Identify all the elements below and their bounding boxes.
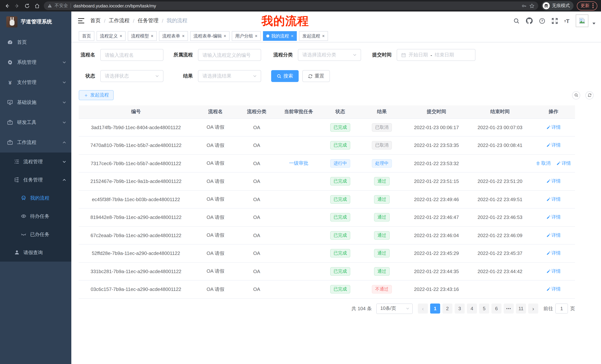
breadcrumb-home[interactable]: 首页 [90, 18, 101, 24]
close-icon[interactable]: × [291, 34, 293, 38]
cell-id: 03c6c157-7b9a-11ec-a290-acde48001122 [79, 280, 193, 298]
bookmark-star-icon[interactable] [529, 3, 534, 8]
page-button-1[interactable]: 1 [430, 304, 440, 314]
sidebar-item-workflow[interactable]: 工作流程 [0, 133, 71, 153]
cancel-link[interactable]: 取消 [536, 160, 551, 167]
next-page-button[interactable]: › [528, 304, 538, 314]
detail-link[interactable]: 详情 [546, 232, 561, 239]
close-icon[interactable]: × [224, 34, 226, 38]
page-title-annotation: 我的流程 [261, 13, 309, 29]
page-button-4[interactable]: 4 [467, 304, 477, 314]
cell-end-time: 2022-01-22 23:45:37 [468, 244, 532, 262]
close-icon[interactable]: × [255, 34, 257, 38]
browser-menu-icon[interactable] [592, 3, 594, 8]
page-button-3[interactable]: 3 [455, 304, 465, 314]
page-size-select[interactable]: 10条/页 [376, 303, 413, 314]
tab-process-form[interactable]: 流程表单× [159, 31, 188, 41]
table-row: ec45f38f-7b9a-11ec-b03b-acde48001122 OA … [79, 190, 575, 208]
page-button-11[interactable]: 11 [516, 304, 526, 314]
close-icon[interactable]: × [120, 34, 122, 38]
sidebar-item-process-management[interactable]: 流程管理 [0, 153, 71, 171]
start-process-button[interactable]: ＋发起流程 [79, 90, 114, 100]
process-name-input[interactable] [100, 49, 163, 61]
sidebar-item-my-process[interactable]: 我的流程 [0, 189, 71, 207]
detail-link[interactable]: 详情 [546, 286, 561, 293]
sidebar-item-infrastructure[interactable]: 基础设施 [0, 92, 71, 112]
detail-link[interactable]: 详情 [546, 142, 561, 149]
browser-reload-icon[interactable] [24, 2, 30, 9]
collapse-sidebar-icon[interactable] [78, 18, 84, 23]
status-badge: 已完成 [330, 213, 350, 222]
tab-process-definition[interactable]: 流程定义× [97, 31, 126, 41]
detail-link[interactable]: 详情 [546, 196, 561, 203]
result-badge: 通过 [374, 267, 390, 276]
browser-back-icon[interactable] [4, 2, 10, 9]
sidebar-item-leave-query[interactable]: 请假查询 [0, 243, 71, 262]
sidebar-item-devtools[interactable]: 研发工具 [0, 112, 71, 133]
process-definition-input[interactable] [198, 49, 261, 61]
tab-my-process[interactable]: 我的流程× [263, 31, 297, 41]
close-icon[interactable]: × [182, 34, 185, 38]
breadcrumb-task-management[interactable]: 任务管理 [138, 18, 159, 24]
fullscreen-icon[interactable] [551, 18, 558, 24]
cell-name: OA 请假 [193, 190, 238, 208]
detail-link[interactable]: 详情 [546, 124, 561, 131]
dashboard-icon [7, 39, 13, 45]
eye-icon [21, 213, 26, 219]
current-task-link[interactable]: 一级审批 [289, 161, 308, 166]
browser-update-button[interactable]: 更新 [577, 1, 597, 10]
page-button-5[interactable]: 5 [479, 304, 489, 314]
more-pages-button[interactable]: ••• [504, 304, 514, 314]
avatar[interactable] [576, 14, 588, 27]
cell-submit-time: 2022-01-22 23:43:16 [405, 280, 468, 298]
detail-link[interactable]: 详情 [546, 250, 561, 257]
result-select[interactable]: 请选择流结果 [198, 70, 261, 82]
sidebar-item-done-tasks[interactable]: 已办任务 [0, 225, 71, 243]
breadcrumb-workflow[interactable]: 工作流程 [109, 18, 130, 24]
refresh-table-button[interactable] [585, 91, 594, 99]
goto-page-input[interactable] [555, 304, 568, 314]
key-icon[interactable] [521, 3, 527, 8]
prev-page-button[interactable]: ‹ [418, 304, 428, 314]
close-icon[interactable]: × [322, 34, 325, 38]
sidebar-item-payment[interactable]: ¥ 支付管理 [0, 72, 71, 92]
github-icon[interactable] [526, 18, 533, 24]
reset-button[interactable]: 重置 [302, 70, 330, 82]
detail-link[interactable]: 详情 [556, 160, 571, 167]
tab-home[interactable]: 首页 [79, 31, 94, 41]
browser-home-icon[interactable] [34, 2, 40, 9]
search-button[interactable]: 搜索 [271, 70, 299, 82]
page-button-6[interactable]: 6 [491, 304, 501, 314]
tab-start-process[interactable]: 发起流程× [299, 31, 328, 41]
user-icon [14, 250, 20, 255]
font-size-icon[interactable]: тT [564, 18, 570, 24]
page-button-2[interactable]: 2 [442, 304, 452, 314]
status-badge: 已完成 [330, 231, 350, 240]
sidebar-item-task-management[interactable]: 任务管理 [0, 171, 71, 189]
browser-forward-icon[interactable] [14, 2, 20, 9]
address-bar[interactable]: 不安全 dashboard.yudao.iocoder.cn/bpm/task/… [44, 1, 538, 10]
sidebar-item-todo-tasks[interactable]: 待办任务 [0, 207, 71, 225]
close-icon[interactable]: × [151, 34, 153, 38]
help-icon[interactable]: ? [539, 18, 545, 24]
detail-link[interactable]: 详情 [546, 178, 561, 185]
tab-user-group[interactable]: 用户分组× [232, 31, 261, 41]
search-icon[interactable] [513, 18, 520, 24]
detail-link[interactable]: 详情 [546, 214, 561, 220]
process-table: 编号 流程名 流程分类 当前审批任务 状态 结果 提交时间 结束时间 操作 [79, 105, 575, 298]
cell-submit-time: 2022-01-22 23:46:47 [405, 208, 468, 226]
chevron-down-icon[interactable] [592, 22, 595, 24]
category-select[interactable]: 请选择流程分类 [298, 49, 361, 61]
sidebar-item-home[interactable]: 首页 [0, 32, 71, 52]
tab-process-form-edit[interactable]: 流程表单-编辑× [190, 31, 230, 41]
security-label: 不安全 [55, 3, 68, 9]
show-search-toggle-button[interactable] [572, 91, 580, 99]
filter-submit-time-label: 提交时间 [370, 52, 391, 58]
status-select[interactable]: 请选择状态 [100, 70, 163, 82]
tab-process-model[interactable]: 流程模型× [128, 31, 157, 41]
sidebar-item-system[interactable]: 系统管理 [0, 52, 71, 72]
detail-link[interactable]: 详情 [546, 268, 561, 275]
calendar-icon [401, 52, 406, 57]
submit-time-range-picker[interactable]: 开始日期 - 结束日期 [397, 49, 475, 61]
cell-task [276, 262, 322, 280]
